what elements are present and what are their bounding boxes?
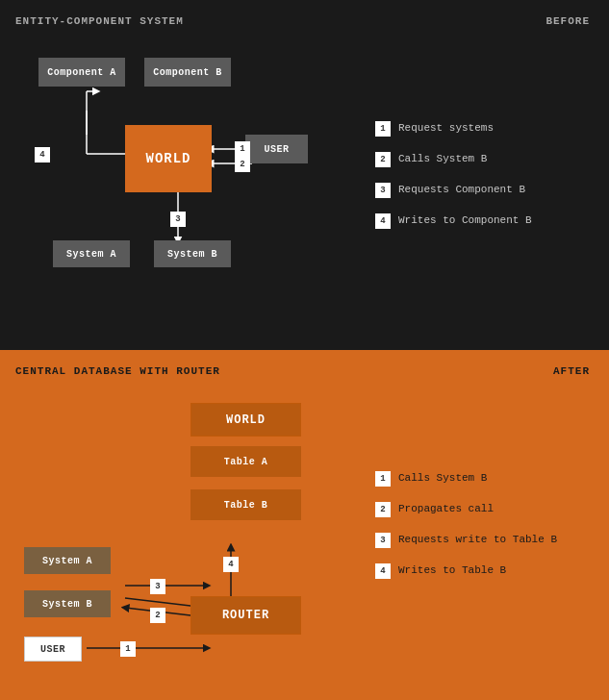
- legend-text-4: Writes to Component B: [398, 213, 532, 227]
- bottom-diagram: CENTRAL DATABASE WITH ROUTER: [0, 350, 356, 700]
- world-box-bottom: WORLD: [190, 403, 301, 437]
- system-b-box-bottom: System B: [24, 590, 111, 617]
- top-section: ENTITY-COMPONENT SYSTEM: [0, 0, 609, 350]
- bottom-legend-item-2: 2 Propagates call: [375, 502, 590, 517]
- legend-badge-4: 4: [375, 213, 391, 229]
- legend-text-3: Requests Component B: [398, 183, 525, 196]
- bottom-legend-badge-4: 4: [375, 563, 391, 579]
- badge-1-bottom: 1: [120, 641, 136, 657]
- badge-3-top: 3: [170, 212, 186, 227]
- legend-text-1: Request systems: [398, 121, 494, 135]
- system-b-box-top: System B: [154, 240, 231, 267]
- after-label: AFTER: [553, 365, 590, 377]
- bottom-legend-text-2: Propagates call: [398, 502, 494, 515]
- top-diagram: ENTITY-COMPONENT SYSTEM: [0, 0, 356, 350]
- legend-text-2: Calls System B: [398, 152, 487, 165]
- bottom-title: CENTRAL DATABASE WITH ROUTER: [15, 365, 341, 377]
- badge-1-top: 1: [235, 141, 250, 157]
- bottom-legend-text-4: Writes to Table B: [398, 563, 506, 577]
- bottom-legend-text-3: Requests write to Table B: [398, 533, 557, 546]
- legend-badge-1: 1: [375, 121, 391, 137]
- component-b-box: Component B: [144, 58, 231, 87]
- bottom-legend-badge-3: 3: [375, 533, 391, 548]
- component-a-box: Component A: [38, 58, 125, 87]
- badge-4-bottom: 4: [223, 557, 239, 572]
- bottom-legend-item-4: 4 Writes to Table B: [375, 563, 590, 579]
- legend-badge-3: 3: [375, 183, 391, 198]
- badge-4-top: 4: [35, 147, 50, 162]
- legend-badge-2: 2: [375, 152, 391, 167]
- top-title: ENTITY-COMPONENT SYSTEM: [15, 15, 341, 27]
- router-box: ROUTER: [190, 596, 301, 635]
- bottom-legend: AFTER 1 Calls System B 2 Propagates call…: [356, 350, 609, 700]
- legend-item-4: 4 Writes to Component B: [375, 213, 590, 229]
- system-a-box-bottom: System A: [24, 547, 111, 574]
- bottom-legend-item-3: 3 Requests write to Table B: [375, 533, 590, 548]
- table-b-box: Table B: [190, 489, 301, 520]
- user-box-top: USER: [245, 135, 308, 163]
- legend-item-3: 3 Requests Component B: [375, 183, 590, 198]
- bottom-legend-item-1: 1 Calls System B: [375, 471, 590, 487]
- bottom-section: CENTRAL DATABASE WITH ROUTER: [0, 350, 609, 700]
- badge-2-top: 2: [235, 157, 250, 172]
- world-box-top: WORLD: [125, 125, 212, 192]
- bottom-legend-text-1: Calls System B: [398, 471, 487, 485]
- before-label: BEFORE: [546, 15, 590, 27]
- top-legend: BEFORE 1 Request systems 2 Calls System …: [356, 0, 609, 350]
- badge-3-bottom: 3: [150, 579, 165, 594]
- bottom-legend-badge-2: 2: [375, 502, 391, 517]
- badge-2-bottom: 2: [150, 608, 165, 623]
- user-box-bottom: USER: [24, 637, 82, 662]
- table-a-box: Table A: [190, 446, 301, 477]
- system-a-box-top: System A: [53, 240, 130, 267]
- bottom-legend-badge-1: 1: [375, 471, 391, 487]
- legend-item-2: 2 Calls System B: [375, 152, 590, 167]
- legend-item-1: 1 Request systems: [375, 121, 590, 137]
